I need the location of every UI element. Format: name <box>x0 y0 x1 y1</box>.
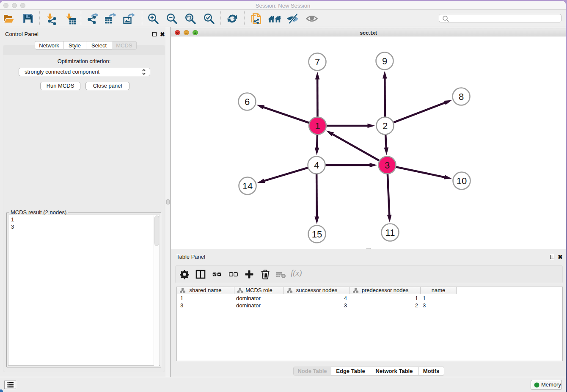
svg-text:3: 3 <box>385 160 390 171</box>
svg-text:4: 4 <box>314 160 319 171</box>
svg-text:1: 1 <box>315 121 320 131</box>
svg-text:15: 15 <box>312 229 322 240</box>
svg-text:8: 8 <box>459 91 464 102</box>
svg-text:6: 6 <box>245 97 250 107</box>
svg-text:10: 10 <box>457 176 467 186</box>
svg-text:11: 11 <box>385 227 395 238</box>
svg-text:2: 2 <box>383 121 388 131</box>
svg-text:9: 9 <box>382 56 387 66</box>
svg-text:14: 14 <box>242 181 253 191</box>
svg-text:7: 7 <box>315 57 320 67</box>
